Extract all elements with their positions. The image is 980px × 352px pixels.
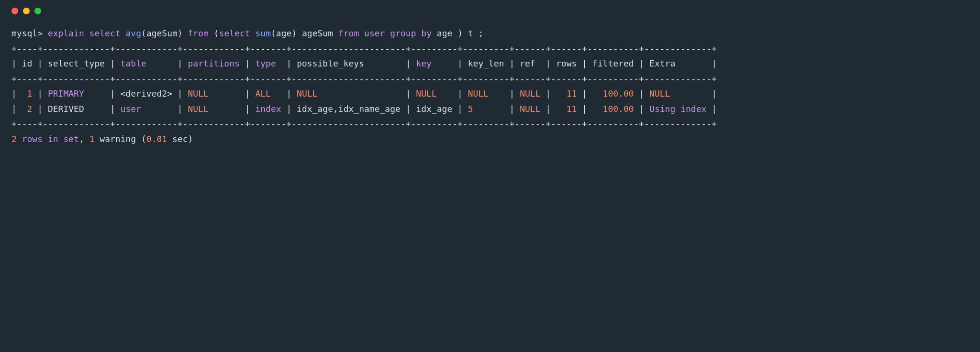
cell-filtered: 100.00: [603, 104, 634, 114]
footer-warning: warning: [100, 134, 136, 144]
footer-rows: rows: [22, 134, 43, 144]
cell-table: <derived2>: [121, 88, 172, 99]
cell-table: user: [121, 104, 141, 114]
footer-in: in: [48, 134, 58, 144]
window-titlebar: [11, 8, 969, 14]
cell-partitions: NULL: [188, 104, 209, 114]
cell-key: idx_age: [416, 104, 452, 114]
hdr-possible-keys: possible_keys: [297, 58, 364, 68]
hdr-table: table: [121, 58, 146, 68]
paren: (: [141, 28, 146, 38]
table-border: +----+-------------+------------+-------…: [11, 119, 717, 129]
hdr-key-len: key_len: [468, 58, 504, 68]
cell-type: index: [255, 104, 281, 114]
hdr-filtered: filtered: [592, 58, 634, 68]
kw-explain: explain: [48, 28, 84, 38]
footer-set: set: [63, 134, 79, 144]
footer-count: 2: [11, 134, 17, 144]
hdr-rows: rows: [556, 58, 577, 68]
cell-extra: Using index: [649, 104, 706, 114]
cell-possible-keys: NULL: [297, 88, 317, 99]
cell-type: ALL: [255, 88, 271, 99]
alias-agesum: ageSum: [302, 28, 333, 38]
table-border: +----+-------------+------------+-------…: [11, 74, 717, 84]
fn-sum: sum: [255, 28, 271, 38]
tbl-user: user: [364, 28, 385, 38]
cell-ref: NULL: [520, 88, 540, 99]
cell-key: NULL: [416, 88, 436, 99]
footer-warn-count: 1: [89, 134, 95, 144]
paren: (: [271, 28, 276, 38]
paren: ): [291, 28, 297, 38]
hdr-partitions: partitions: [188, 58, 240, 68]
minimize-icon[interactable]: [23, 8, 30, 14]
kw-select: select: [219, 28, 250, 38]
cell-id: 2: [27, 104, 33, 114]
cell-key-len: NULL: [468, 88, 489, 99]
col-age: age: [437, 28, 453, 38]
kw-from: from: [338, 28, 359, 38]
terminal-window: mysql> explain select avg(ageSum) from (…: [0, 0, 980, 158]
paren: (: [141, 134, 146, 144]
kw-select: select: [89, 28, 121, 38]
footer-time: 0.01: [146, 134, 167, 144]
cell-filtered: 100.00: [603, 88, 634, 99]
table-border: +----+-------------+------------+-------…: [11, 44, 717, 54]
maximize-icon[interactable]: [34, 8, 41, 14]
alias-t: t: [468, 28, 473, 38]
semicolon: ;: [479, 28, 484, 38]
fn-avg: avg: [125, 28, 141, 38]
hdr-type: type: [255, 58, 276, 68]
kw-group: group: [390, 28, 416, 38]
hdr-id: id: [22, 58, 33, 68]
cell-extra: NULL: [649, 88, 670, 99]
terminal-output: mysql> explain select avg(ageSum) from (…: [11, 26, 969, 146]
paren: (: [214, 28, 219, 38]
hdr-ref: ref: [520, 58, 535, 68]
paren: ): [457, 28, 463, 38]
hdr-key: key: [416, 58, 432, 68]
cell-ref: NULL: [520, 104, 540, 114]
kw-by: by: [421, 28, 432, 38]
cell-id: 1: [27, 88, 33, 99]
close-icon[interactable]: [11, 8, 18, 14]
cell-rows: 11: [567, 88, 577, 99]
mysql-prompt: mysql>: [11, 28, 43, 38]
footer-comma: ,: [79, 134, 84, 144]
hdr-extra: Extra: [649, 58, 675, 68]
cell-select-type: PRIMARY: [48, 88, 84, 99]
cell-rows: 11: [567, 104, 577, 114]
paren: ): [178, 28, 183, 38]
col-agesum: ageSum: [146, 28, 178, 38]
kw-from: from: [188, 28, 209, 38]
cell-possible-keys: idx_age,idx_name_age: [297, 104, 401, 114]
cell-partitions: NULL: [188, 88, 208, 99]
hdr-select-type: select_type: [48, 58, 105, 68]
col-age: age: [276, 28, 292, 38]
footer-sec: sec: [172, 134, 188, 144]
paren: ): [188, 134, 193, 144]
cell-select-type: DERIVED: [48, 104, 84, 114]
cell-key-len: 5: [468, 104, 473, 114]
